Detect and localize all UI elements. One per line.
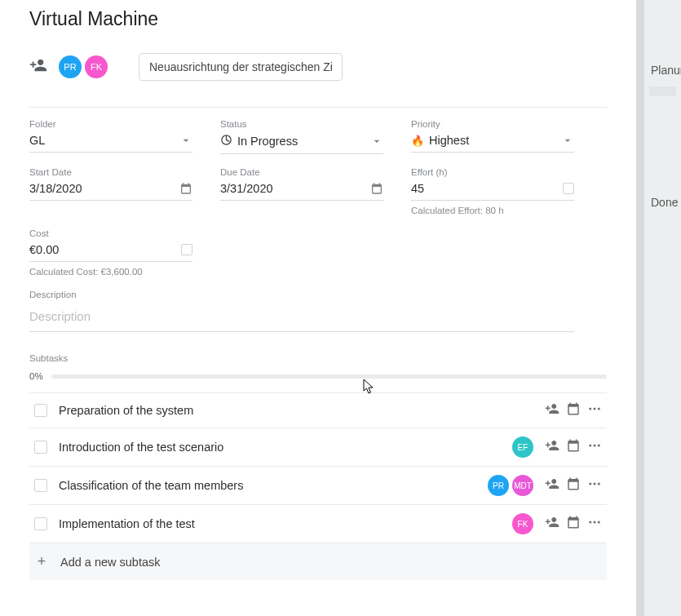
chevron-down-icon [370,135,383,148]
add-subtask-row[interactable]: + Add a new subtask [29,543,607,580]
page-title: Virtual Machine [29,8,607,30]
subtask-assignee-avatar[interactable]: EF [512,437,533,458]
calendar-icon [370,182,383,195]
subtask-title: Preparation of the system [59,404,522,417]
side-column-done: Done [644,189,681,215]
subtask-row[interactable]: Classification of the team membersPRMDT [29,467,607,505]
priority-select[interactable]: 🔥 Highest [411,134,574,153]
folder-label: Folder [29,119,192,129]
description-textarea[interactable]: Description [29,304,574,332]
due-date-value: 3/31/2020 [220,182,273,195]
subtask-checkbox[interactable] [34,404,47,417]
more-icon[interactable] [587,401,602,419]
cost-label: Cost [29,228,192,238]
set-date-icon[interactable] [566,476,581,494]
svg-point-7 [594,483,596,485]
status-select[interactable]: In Progress [220,134,383,154]
subtask-checkbox[interactable] [34,479,47,492]
svg-point-4 [594,445,596,447]
subtasks-label: Subtasks [29,353,607,363]
folder-select[interactable]: GL [29,134,192,153]
description-label: Description [29,290,574,299]
add-assignee-icon[interactable] [545,515,559,533]
progress-icon [220,134,232,148]
svg-point-10 [594,521,596,524]
svg-point-9 [589,521,591,524]
svg-point-3 [589,445,591,447]
context-input[interactable] [139,53,343,81]
calendar-icon [179,182,192,195]
set-date-icon[interactable] [566,401,581,419]
svg-point-5 [598,445,600,447]
subtask-row[interactable]: Preparation of the system [29,393,607,428]
svg-point-8 [598,483,600,485]
svg-point-2 [598,408,600,410]
effort-calc: Calculated Effort: 80 h [411,206,574,215]
cost-calc: Calculated Cost: €3,600.00 [29,267,192,277]
subtasks-progress-pct: 0% [29,371,43,381]
fire-icon: 🔥 [411,135,424,147]
plus-icon: + [34,553,49,570]
due-date-input[interactable]: 3/31/2020 [220,182,383,201]
cost-input[interactable]: €0.00 [29,243,192,262]
subtask-title: Introduction of the test scenario [59,441,501,454]
start-date-label: Start Date [29,167,192,177]
priority-label: Priority [411,119,574,129]
add-assignee-icon[interactable] [545,476,559,494]
subtask-title: Implementation of the test [59,517,501,530]
start-date-value: 3/18/2020 [29,182,82,195]
subtask-assignee-avatar[interactable]: MDT [512,475,533,496]
cost-lock-checkbox[interactable] [181,244,192,255]
svg-point-0 [589,408,591,410]
add-assignee-icon[interactable] [545,438,559,456]
effort-value: 45 [411,182,424,195]
subtask-title: Classification of the team members [59,479,476,492]
chevron-down-icon [561,134,574,147]
effort-input[interactable]: 45 [411,182,574,201]
assignee-avatar[interactable]: PR [59,55,82,78]
set-date-icon[interactable] [566,438,581,456]
svg-point-11 [598,521,600,524]
due-date-label: Due Date [220,167,383,177]
subtask-row[interactable]: Introduction of the test scenarioEF [29,428,607,467]
status-value: In Progress [237,135,298,148]
cost-value: €0.00 [29,243,59,256]
priority-value: Highest [429,134,469,147]
side-column-planning: Planung [644,57,681,83]
more-icon[interactable] [587,515,602,533]
svg-point-6 [589,483,591,485]
set-date-icon[interactable] [566,515,581,533]
assignee-avatar[interactable]: FK [85,55,108,78]
status-label: Status [220,119,383,129]
add-assignee-icon[interactable] [29,56,47,78]
subtask-assignee-avatar[interactable]: PR [488,475,509,496]
subtask-assignee-avatar[interactable]: FK [512,513,533,534]
add-assignee-icon[interactable] [545,401,559,419]
effort-label: Effort (h) [411,167,574,177]
subtask-row[interactable]: Implementation of the testFK [29,505,607,543]
more-icon[interactable] [587,438,602,456]
chevron-down-icon [179,134,192,147]
start-date-input[interactable]: 3/18/2020 [29,182,192,201]
subtasks-progress-bar [51,374,607,379]
subtask-checkbox[interactable] [34,441,47,454]
add-subtask-label: Add a new subtask [60,556,161,569]
subtask-checkbox[interactable] [34,517,47,530]
more-icon[interactable] [587,476,602,494]
svg-point-1 [594,408,596,410]
folder-value: GL [29,134,45,147]
effort-lock-checkbox[interactable] [563,183,574,194]
